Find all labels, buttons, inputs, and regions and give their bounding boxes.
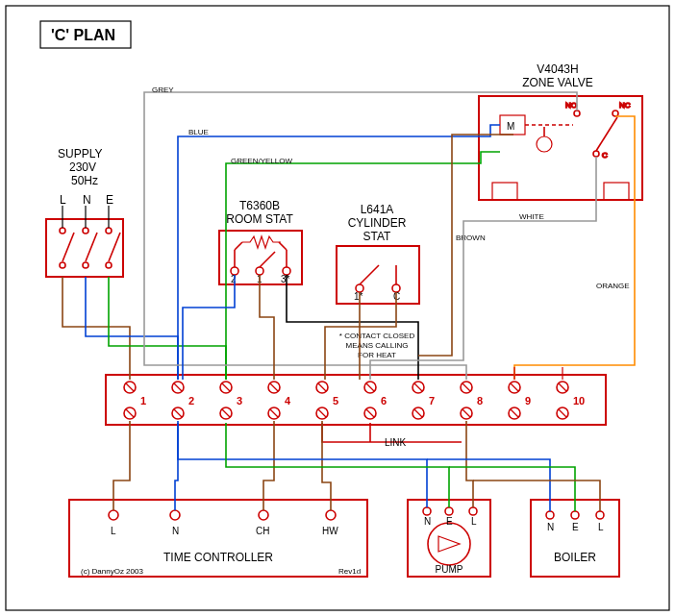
svg-text:2: 2 bbox=[231, 274, 237, 284]
title-text: 'C' PLAN bbox=[51, 27, 115, 43]
cylstat-box bbox=[337, 246, 419, 304]
svg-text:BROWN: BROWN bbox=[456, 234, 486, 242]
svg-text:2: 2 bbox=[188, 395, 194, 407]
svg-text:HW: HW bbox=[322, 526, 338, 536]
svg-text:MEANS CALLING: MEANS CALLING bbox=[346, 341, 409, 350]
footer-copy: (c) DannyOz 2003 bbox=[81, 567, 143, 576]
svg-text:3: 3 bbox=[237, 395, 242, 407]
svg-text:PUMP: PUMP bbox=[436, 564, 463, 575]
svg-text:5: 5 bbox=[333, 395, 338, 407]
zonevalve-label-2: ZONE VALVE bbox=[522, 76, 593, 89]
wiring-diagram: 'C' PLAN SUPPLY 230V 50Hz L N E 1 bbox=[0, 0, 675, 616]
svg-text:FOR HEAT: FOR HEAT bbox=[358, 351, 396, 359]
timectl-box bbox=[69, 500, 367, 577]
supply-label-1: SUPPLY bbox=[58, 147, 102, 160]
svg-text:L: L bbox=[471, 516, 477, 527]
svg-text:7: 7 bbox=[429, 395, 435, 407]
svg-text:NO: NO bbox=[565, 101, 577, 110]
svg-text:CH: CH bbox=[256, 526, 269, 536]
zonevalve-label-1: V4043H bbox=[537, 62, 578, 76]
svg-text:3*: 3* bbox=[281, 274, 290, 284]
svg-text:6: 6 bbox=[381, 395, 387, 407]
svg-text:10: 10 bbox=[573, 395, 585, 407]
svg-text:GREEN/YELLOW: GREEN/YELLOW bbox=[231, 157, 292, 165]
svg-text:ORANGE: ORANGE bbox=[596, 282, 630, 290]
svg-text:C: C bbox=[602, 151, 608, 160]
svg-text:L: L bbox=[598, 522, 604, 532]
svg-text:* CONTACT CLOSED: * CONTACT CLOSED bbox=[339, 332, 415, 340]
supply-e: E bbox=[106, 193, 113, 207]
cylstat-label-3: STAT bbox=[363, 230, 392, 243]
svg-text:WHITE: WHITE bbox=[519, 212, 544, 221]
svg-text:N: N bbox=[172, 526, 179, 536]
svg-text:4: 4 bbox=[285, 395, 291, 407]
svg-text:BOILER: BOILER bbox=[554, 551, 596, 564]
svg-text:N: N bbox=[547, 522, 554, 532]
roomstat-label-2: ROOM STAT bbox=[226, 212, 293, 226]
cylstat-label-2: CYLINDER bbox=[348, 216, 407, 230]
supply-label-2: 230V bbox=[69, 160, 96, 174]
svg-text:NC: NC bbox=[619, 101, 631, 110]
svg-text:8: 8 bbox=[477, 395, 483, 407]
footer-rev: Rev1d bbox=[338, 567, 361, 576]
link-label: LINK bbox=[385, 437, 407, 448]
svg-text:1: 1 bbox=[140, 395, 146, 407]
supply-n: N bbox=[83, 193, 91, 207]
supply-label-3: 50Hz bbox=[71, 174, 98, 187]
svg-text:M: M bbox=[507, 121, 514, 132]
svg-text:E: E bbox=[572, 522, 579, 532]
svg-text:BLUE: BLUE bbox=[188, 128, 209, 136]
svg-text:1*: 1* bbox=[354, 291, 363, 302]
svg-text:GREY: GREY bbox=[152, 86, 174, 94]
svg-text:9: 9 bbox=[525, 395, 531, 407]
svg-text:E: E bbox=[446, 516, 453, 527]
supply-l: L bbox=[60, 193, 66, 207]
roomstat-label-1: T6360B bbox=[239, 199, 280, 212]
svg-text:N: N bbox=[424, 516, 431, 527]
cylstat-label-1: L641A bbox=[361, 203, 394, 216]
svg-text:L: L bbox=[111, 526, 116, 536]
timectl-label: TIME CONTROLLER bbox=[163, 551, 273, 564]
